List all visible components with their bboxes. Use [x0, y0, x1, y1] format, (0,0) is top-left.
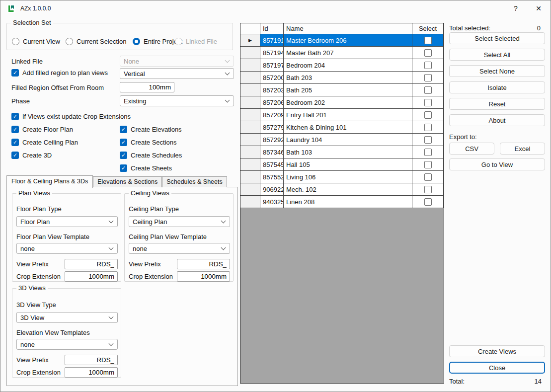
reset-button[interactable]: Reset: [449, 98, 545, 110]
row-selector[interactable]: [240, 59, 260, 72]
row-select-checkbox[interactable]: [424, 149, 432, 156]
create-sections-checkbox[interactable]: ✓ Create Sections: [120, 139, 177, 146]
row-select-checkbox[interactable]: [424, 124, 432, 131]
ceiling-plan-template-combobox[interactable]: none: [129, 243, 230, 254]
row-selector[interactable]: [240, 109, 260, 121]
row-selector[interactable]: [240, 72, 260, 84]
row-select-checkbox[interactable]: [424, 136, 432, 144]
check-icon: ✓: [120, 139, 127, 146]
table-row[interactable]: ▶857191Master Bedroom 206: [240, 34, 444, 47]
row-selector[interactable]: [240, 146, 260, 158]
row-select-checkbox[interactable]: [424, 99, 432, 106]
about-button[interactable]: About: [449, 114, 545, 126]
chevron-down-icon: [109, 245, 114, 250]
table-row[interactable]: 857197Bedroom 204: [240, 59, 444, 72]
row-selector[interactable]: [240, 96, 260, 109]
close-window-button[interactable]: ✕: [527, 0, 550, 16]
table-row[interactable]: 857203Bath 205: [240, 84, 444, 96]
row-select-checkbox[interactable]: [424, 186, 432, 193]
floor-plan-template-combobox[interactable]: none: [16, 243, 118, 254]
row-selector[interactable]: [240, 196, 260, 208]
row-select-checkbox[interactable]: [424, 37, 432, 44]
offset-input[interactable]: [120, 82, 174, 92]
close-button[interactable]: Close: [449, 362, 545, 374]
check-icon: ✓: [11, 126, 19, 133]
row-selector[interactable]: [240, 121, 260, 134]
row-selector[interactable]: [240, 171, 260, 183]
table-row[interactable]: 940325Linen 208: [240, 196, 444, 208]
excel-button[interactable]: Excel: [500, 143, 545, 155]
total-selected-label: Total selected:: [449, 24, 490, 32]
radio-current-view[interactable]: Current View: [12, 38, 60, 45]
phase-combobox[interactable]: Existing: [120, 95, 234, 106]
row-selector-header: [240, 23, 260, 34]
table-row[interactable]: 906922Mech. 102: [240, 183, 444, 196]
create-elevations-checkbox[interactable]: ✓ Create Elevations: [120, 126, 182, 133]
3d-view-type-combobox[interactable]: 3D View: [16, 312, 118, 323]
tab-elevations-sections[interactable]: Elevations & Sections: [93, 176, 162, 187]
create-3d-checkbox[interactable]: ✓ Create 3D: [11, 152, 52, 159]
table-row[interactable]: 857194Master Bath 207: [240, 47, 444, 59]
row-id: 857346: [260, 146, 284, 158]
row-name: Mech. 102: [284, 183, 412, 196]
crop-extension-label: Crop Extension: [16, 273, 61, 280]
row-select-checkbox[interactable]: [424, 198, 432, 206]
row-select-checkbox[interactable]: [424, 111, 432, 119]
floor-plan-type-label: Floor Plan Type: [16, 205, 62, 213]
row-select-checkbox[interactable]: [424, 62, 432, 69]
crop-extension-input[interactable]: [65, 367, 118, 378]
table-row[interactable]: 857552Living 106: [240, 171, 444, 183]
crop-extension-input[interactable]: [65, 271, 118, 282]
csv-button[interactable]: CSV: [449, 143, 494, 155]
row-selector[interactable]: [240, 84, 260, 96]
app-icon: [7, 4, 15, 13]
update-crop-checkbox[interactable]: ✓ If Views exist update Crop Extensions: [11, 113, 131, 120]
table-row[interactable]: 857209Entry Hall 201: [240, 109, 444, 121]
row-name: Living 106: [284, 171, 412, 183]
radio-label: Current Selection: [77, 38, 126, 45]
create-schedules-checkbox[interactable]: ✓ Create Schedules: [120, 152, 182, 159]
view-prefix-input[interactable]: [65, 259, 118, 269]
filled-region-direction-combobox[interactable]: Vertical: [120, 68, 234, 79]
view-prefix-input[interactable]: [177, 259, 230, 269]
floor-plan-type-combobox[interactable]: Floor Plan: [16, 216, 118, 227]
row-select-checkbox[interactable]: [424, 74, 432, 81]
table-row[interactable]: 857279Kitchen & Dining 101: [240, 121, 444, 134]
filled-region-checkbox[interactable]: ✓ Add filled region to plan views: [11, 69, 108, 77]
create-floor-plan-checkbox[interactable]: ✓ Create Floor Plan: [11, 126, 73, 133]
table-row[interactable]: 857200Bath 203: [240, 72, 444, 84]
row-selector[interactable]: ▶: [240, 34, 260, 47]
elevation-templates-combobox[interactable]: none: [16, 339, 118, 350]
view-prefix-input[interactable]: [65, 355, 118, 365]
row-selector[interactable]: [240, 134, 260, 146]
radio-current-selection[interactable]: Current Selection: [66, 38, 126, 45]
select-selected-button[interactable]: Select Selected: [449, 32, 545, 44]
row-select-checkbox[interactable]: [424, 86, 432, 94]
ceiling-plan-type-combobox[interactable]: Ceiling Plan: [129, 216, 230, 227]
column-header-select[interactable]: Select: [412, 23, 444, 34]
create-views-button[interactable]: Create Views: [449, 345, 545, 357]
select-none-button[interactable]: Select None: [449, 65, 545, 77]
table-row[interactable]: 857206Bedroom 202: [240, 96, 444, 109]
column-header-id[interactable]: Id: [260, 23, 284, 34]
row-selector[interactable]: [240, 47, 260, 59]
table-row[interactable]: 857292Laundry 104: [240, 134, 444, 146]
crop-extension-input[interactable]: [177, 271, 230, 282]
row-select-checkbox[interactable]: [424, 49, 432, 57]
table-row[interactable]: 857346Bath 103: [240, 146, 444, 158]
create-sheets-checkbox[interactable]: ✓ Create Sheets: [120, 164, 172, 172]
check-icon: ✓: [120, 164, 127, 172]
row-select-checkbox[interactable]: [424, 173, 432, 181]
column-header-name[interactable]: Name: [284, 23, 412, 34]
create-ceiling-plan-checkbox[interactable]: ✓ Create Ceiling Plan: [11, 139, 78, 146]
help-button[interactable]: ?: [504, 0, 527, 16]
row-select-checkbox[interactable]: [424, 161, 432, 168]
isolate-button[interactable]: Isolate: [449, 81, 545, 93]
row-selector[interactable]: [240, 158, 260, 171]
table-row[interactable]: 857545Hall 105: [240, 158, 444, 171]
tab-schedules-sheets[interactable]: Schedules & Sheets: [162, 176, 227, 187]
tab-floor-ceiling-3d[interactable]: Floor & Ceiling Plans & 3Ds: [6, 175, 93, 188]
row-selector[interactable]: [240, 183, 260, 196]
go-to-view-button[interactable]: Go to View: [449, 158, 545, 170]
select-all-button[interactable]: Select All: [449, 49, 545, 61]
